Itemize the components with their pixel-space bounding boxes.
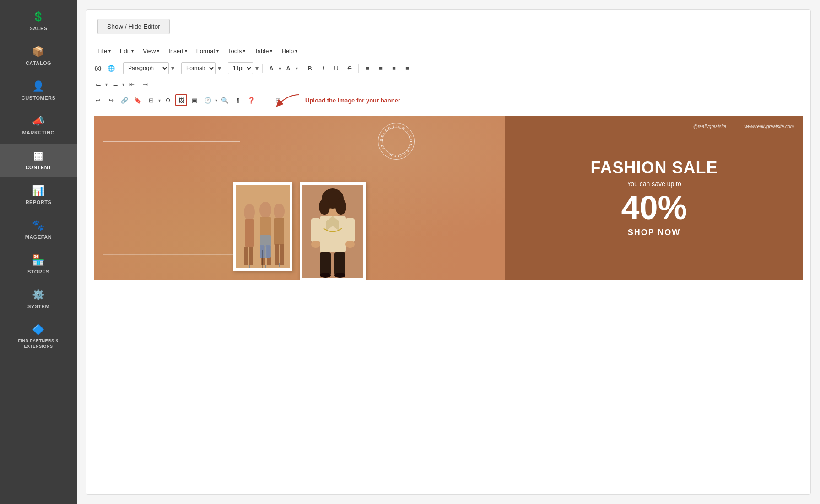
undo-button[interactable]: ↩ — [92, 94, 104, 106]
menu-file[interactable]: File ▾ — [94, 46, 114, 56]
sidebar-item-partners-label: FIND PARTNERS & EXTENSIONS — [4, 338, 73, 349]
top-bar: Show / Hide Editor — [86, 10, 810, 42]
hr-button[interactable]: — — [259, 94, 270, 106]
svg-text:SELECTION · COLLECTION · ITEMS: SELECTION · COLLECTION · ITEMS · — [379, 124, 413, 158]
menu-format[interactable]: Format ▾ — [193, 46, 222, 56]
svg-rect-14 — [275, 244, 279, 265]
svg-rect-7 — [249, 247, 253, 265]
sidebar-item-marketing[interactable]: 📣 MARKETING — [0, 109, 77, 142]
bg-color-button[interactable]: A — [282, 62, 294, 74]
toolbar-row-1: {x} 🌐 Paragraph ▾ Formats ▾ 11pt ▾ A ▾ A… — [86, 60, 810, 76]
sidebar-item-catalog[interactable]: 📦 CATALOG — [0, 39, 77, 72]
unordered-list-button[interactable]: ≔ — [92, 78, 104, 90]
menu-tools[interactable]: Tools ▾ — [224, 46, 249, 56]
sidebar-item-stores-label: STORES — [27, 269, 49, 274]
photo-frame-person — [300, 182, 366, 280]
align-left-button[interactable]: ≡ — [361, 62, 373, 74]
sales-icon: 💲 — [32, 11, 45, 23]
view-arrow-icon: ▾ — [157, 48, 159, 54]
sidebar-item-reports[interactable]: 📊 REPORTS — [0, 178, 77, 211]
pilcrow-button[interactable]: ¶ — [232, 94, 244, 106]
globe-button[interactable]: 🌐 — [105, 62, 117, 74]
fontsize-select[interactable]: 11pt — [228, 62, 253, 74]
sidebar-item-system[interactable]: ⚙️ SYSTEM — [0, 283, 77, 316]
svg-rect-20 — [265, 265, 266, 268]
paragraph-select[interactable]: Paragraph — [123, 62, 169, 74]
separator-1 — [120, 64, 120, 73]
pagebreak-button[interactable]: ⊟ — [272, 94, 284, 106]
svg-point-27 — [335, 198, 346, 215]
svg-point-33 — [311, 241, 320, 248]
banner-left: SELECTION · COLLECTION · ITEMS · — [94, 116, 505, 280]
sidebar-item-customers-label: CUSTOMERS — [22, 95, 56, 101]
catalog-icon: 📦 — [32, 46, 45, 58]
svg-rect-31 — [311, 218, 321, 243]
sidebar-item-partners[interactable]: 🔷 FIND PARTNERS & EXTENSIONS — [0, 317, 77, 355]
underline-button[interactable]: U — [330, 62, 342, 74]
menu-edit[interactable]: Edit ▾ — [116, 46, 137, 56]
banner-container: SELECTION · COLLECTION · ITEMS · — [94, 116, 803, 280]
table-insert-button[interactable]: ⊞ — [145, 94, 157, 106]
svg-point-38 — [334, 273, 345, 278]
code-button[interactable]: {x} — [92, 62, 104, 74]
separator-5 — [301, 64, 301, 73]
ol-arrow: ▾ — [122, 82, 124, 87]
bold-button[interactable]: B — [304, 62, 316, 74]
svg-rect-35 — [320, 252, 331, 275]
menu-view[interactable]: View ▾ — [139, 46, 163, 56]
circle-badge-svg: SELECTION · COLLECTION · ITEMS · — [379, 124, 414, 159]
outdent-button[interactable]: ⇤ — [126, 78, 138, 90]
sidebar-item-sales-label: SALES — [29, 26, 47, 31]
magefan-icon: 🐾 — [32, 220, 45, 231]
marketing-icon: 📣 — [32, 115, 45, 127]
search-button[interactable]: 🔍 — [219, 94, 231, 106]
toolbar-row-2: ≔ ▾ ≔ ▾ ⇤ ⇥ — [86, 76, 810, 92]
sidebar-item-magefan[interactable]: 🐾 MAGEFAN — [0, 213, 77, 246]
menu-help[interactable]: Help ▾ — [278, 46, 301, 56]
help-icon-button[interactable]: ❓ — [245, 94, 257, 106]
file-arrow-icon: ▾ — [108, 48, 111, 54]
strikethrough-button[interactable]: S — [344, 62, 356, 74]
image-insert-button[interactable]: 🖼 — [175, 94, 187, 106]
indent-button[interactable]: ⇥ — [139, 78, 151, 90]
sidebar-item-stores[interactable]: 🏪 STORES — [0, 248, 77, 281]
sidebar-item-content-label: CONTENT — [26, 165, 52, 170]
customers-icon: 👤 — [32, 80, 45, 92]
bookmark-button[interactable]: 🔖 — [132, 94, 144, 106]
sidebar-item-catalog-label: CATALOG — [26, 60, 51, 66]
banner-top-links: @reallygreatsite www.reallygreatsite.com — [693, 124, 794, 129]
special-chars-button[interactable]: Ω — [162, 94, 174, 106]
formats-select[interactable]: Formats — [181, 62, 216, 74]
svg-rect-32 — [345, 218, 355, 243]
align-right-button[interactable]: ≡ — [388, 62, 400, 74]
banner-subtitle: You can save up to — [627, 180, 681, 188]
template-button[interactable]: 🕐 — [202, 94, 214, 106]
italic-button[interactable]: I — [317, 62, 329, 74]
sidebar-item-magefan-label: MAGEFAN — [25, 234, 52, 240]
svg-point-4 — [244, 204, 255, 220]
link-button[interactable]: 🔗 — [119, 94, 130, 106]
sidebar-item-customers[interactable]: 👤 CUSTOMERS — [0, 74, 77, 107]
redo-button[interactable]: ↪ — [105, 94, 117, 106]
banner-title: FASHION SALE — [590, 159, 718, 177]
banner-website: www.reallygreatsite.com — [744, 124, 794, 129]
template-arrow: ▾ — [215, 98, 217, 103]
align-center-button[interactable]: ≡ — [375, 62, 387, 74]
justify-button[interactable]: ≡ — [401, 62, 413, 74]
svg-rect-13 — [274, 218, 284, 245]
content-icon: ▦ — [33, 150, 43, 162]
show-hide-editor-button[interactable]: Show / Hide Editor — [97, 19, 170, 34]
font-color-button[interactable]: A — [265, 62, 277, 74]
system-icon: ⚙️ — [32, 289, 45, 301]
bg-color-arrow: ▾ — [296, 66, 298, 71]
menu-insert[interactable]: Insert ▾ — [165, 46, 191, 56]
insert-arrow-icon: ▾ — [185, 48, 187, 54]
sidebar-item-sales[interactable]: 💲 SALES — [0, 5, 77, 38]
ordered-list-button[interactable]: ≔ — [109, 78, 121, 90]
menu-table[interactable]: Table ▾ — [251, 46, 276, 56]
svg-rect-6 — [244, 247, 248, 265]
content-area: SELECTION · COLLECTION · ITEMS · — [86, 108, 810, 494]
media-button[interactable]: ▣ — [189, 94, 200, 106]
sidebar-item-content[interactable]: ▦ CONTENT — [0, 144, 77, 177]
annotation-text: Upload the image for your banner — [305, 97, 400, 104]
